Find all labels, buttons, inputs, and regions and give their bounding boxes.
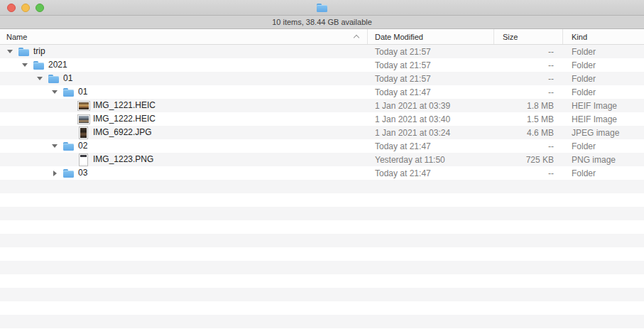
kind-value: Folder bbox=[562, 87, 644, 97]
kind-value: Folder bbox=[562, 74, 644, 84]
column-header-row: Name Date Modified Size Kind bbox=[0, 29, 644, 45]
name-cell: 2021 bbox=[0, 58, 367, 72]
kind-value: Folder bbox=[562, 47, 644, 57]
file-name: 01 bbox=[63, 72, 72, 85]
name-cell: IMG_1223.PNG bbox=[0, 153, 367, 166]
name-cell: 01 bbox=[0, 72, 367, 85]
name-cell: 02 bbox=[0, 139, 367, 153]
close-button[interactable] bbox=[7, 4, 16, 12]
size-value: -- bbox=[493, 168, 562, 178]
folder-icon bbox=[63, 141, 75, 152]
folder-icon bbox=[317, 4, 328, 13]
name-cell: 01 bbox=[0, 85, 367, 99]
kind-value: PNG image bbox=[562, 155, 644, 165]
size-value: 1.8 MB bbox=[493, 101, 562, 111]
file-name: 2021 bbox=[48, 58, 67, 72]
column-header-name[interactable]: Name bbox=[0, 29, 367, 44]
table-row[interactable]: 01 Today at 21:47 -- Folder bbox=[0, 85, 644, 99]
kind-value: Folder bbox=[562, 168, 644, 178]
file-name: 02 bbox=[78, 139, 87, 153]
folder-icon bbox=[33, 60, 45, 71]
name-cell: IMG_1221.HEIC bbox=[0, 99, 367, 112]
table-row[interactable]: 01 Today at 21:57 -- Folder bbox=[0, 72, 644, 85]
file-list: trip Today at 21:57 -- Folder 2021 Today… bbox=[0, 45, 644, 334]
name-cell: trip bbox=[0, 45, 367, 58]
folder-icon bbox=[48, 73, 60, 85]
column-header-size[interactable]: Size bbox=[493, 29, 562, 44]
disclosure-triangle-icon[interactable] bbox=[52, 90, 58, 94]
status-text: 10 items, 38.44 GB available bbox=[272, 18, 372, 26]
kind-value: HEIF Image bbox=[562, 114, 644, 124]
size-value: 1.5 MB bbox=[493, 114, 562, 124]
table-row[interactable]: 03 Today at 21:47 -- Folder bbox=[0, 166, 644, 180]
size-value: -- bbox=[493, 87, 562, 97]
titlebar[interactable] bbox=[0, 0, 644, 16]
file-name: IMG_1221.HEIC bbox=[93, 99, 155, 112]
disclosure-triangle-icon[interactable] bbox=[52, 144, 58, 148]
date-modified-value: 1 Jan 2021 at 03:24 bbox=[367, 128, 493, 138]
name-cell: IMG_1222.HEIC bbox=[0, 112, 367, 126]
size-value: 4.6 MB bbox=[493, 128, 562, 138]
folder-icon bbox=[18, 46, 30, 58]
kind-value: Folder bbox=[562, 60, 644, 70]
photo-landscape-blue-icon bbox=[78, 114, 89, 125]
date-modified-value: Today at 21:57 bbox=[367, 60, 493, 70]
disclosure-triangle-icon[interactable] bbox=[7, 50, 13, 53]
column-header-name-label: Name bbox=[6, 33, 27, 41]
column-header-kind[interactable]: Kind bbox=[562, 29, 644, 44]
photo-portrait-white-icon bbox=[78, 154, 89, 166]
column-header-date-modified[interactable]: Date Modified bbox=[367, 29, 493, 44]
minimize-button[interactable] bbox=[21, 4, 30, 12]
kind-value: JPEG image bbox=[562, 128, 644, 138]
date-modified-value: Today at 21:47 bbox=[367, 141, 493, 151]
file-name: IMG_1222.HEIC bbox=[93, 112, 155, 126]
size-value: -- bbox=[493, 74, 562, 84]
date-modified-value: Today at 21:57 bbox=[367, 74, 493, 84]
status-bar: 10 items, 38.44 GB available bbox=[0, 16, 644, 29]
folder-icon bbox=[63, 87, 75, 98]
table-row[interactable]: IMG_1221.HEIC 1 Jan 2021 at 03:39 1.8 MB… bbox=[0, 99, 644, 112]
file-name: IMG_1223.PNG bbox=[93, 153, 153, 166]
table-row[interactable]: IMG_1222.HEIC 1 Jan 2021 at 03:40 1.5 MB… bbox=[0, 112, 644, 126]
column-header-kind-label: Kind bbox=[572, 33, 587, 41]
sort-ascending-icon bbox=[354, 34, 359, 40]
disclosure-triangle-icon[interactable] bbox=[52, 171, 58, 176]
disclosure-triangle-icon[interactable] bbox=[37, 77, 43, 80]
zoom-button[interactable] bbox=[36, 4, 44, 12]
date-modified-value: Today at 21:57 bbox=[367, 47, 493, 57]
table-row[interactable]: IMG_1223.PNG Yesterday at 11:50 725 KB P… bbox=[0, 153, 644, 166]
name-cell: 03 bbox=[0, 166, 367, 180]
photo-portrait-dark-icon bbox=[78, 127, 89, 139]
table-row[interactable]: trip Today at 21:57 -- Folder bbox=[0, 45, 644, 58]
kind-value: HEIF Image bbox=[562, 101, 644, 111]
size-value: -- bbox=[493, 47, 562, 57]
finder-window: 10 items, 38.44 GB available Name Date M… bbox=[0, 0, 644, 334]
file-name: IMG_6922.JPG bbox=[93, 126, 152, 139]
date-modified-value: Today at 21:47 bbox=[367, 168, 493, 178]
table-row[interactable]: 2021 Today at 21:57 -- Folder bbox=[0, 58, 644, 72]
table-row[interactable]: 02 Today at 21:47 -- Folder bbox=[0, 139, 644, 153]
disclosure-triangle-icon[interactable] bbox=[22, 63, 28, 67]
size-value: -- bbox=[493, 60, 562, 70]
table-row[interactable]: IMG_6922.JPG 1 Jan 2021 at 03:24 4.6 MB … bbox=[0, 126, 644, 139]
file-name: 01 bbox=[78, 85, 87, 99]
date-modified-value: Today at 21:47 bbox=[367, 87, 493, 97]
date-modified-value: 1 Jan 2021 at 03:39 bbox=[367, 101, 493, 111]
file-name: trip bbox=[33, 45, 45, 58]
size-value: 725 KB bbox=[493, 155, 562, 165]
column-header-size-label: Size bbox=[503, 33, 518, 41]
folder-icon bbox=[63, 168, 75, 179]
kind-value: Folder bbox=[562, 141, 644, 151]
column-header-date-label: Date Modified bbox=[375, 33, 423, 41]
file-name: 03 bbox=[78, 166, 87, 180]
date-modified-value: Yesterday at 11:50 bbox=[367, 155, 493, 165]
traffic-lights bbox=[7, 4, 44, 12]
date-modified-value: 1 Jan 2021 at 03:40 bbox=[367, 114, 493, 124]
size-value: -- bbox=[493, 141, 562, 151]
photo-landscape-brown-icon bbox=[78, 100, 89, 112]
name-cell: IMG_6922.JPG bbox=[0, 126, 367, 139]
